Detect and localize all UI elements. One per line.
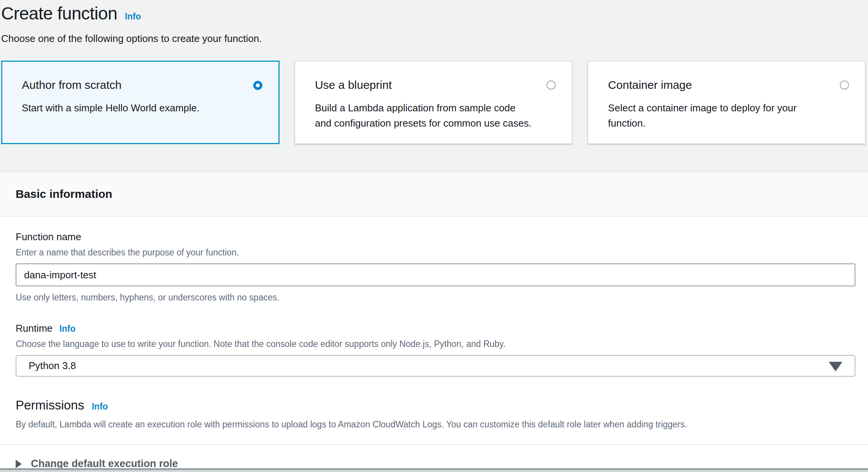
page-title: Create function [1, 3, 117, 24]
option-card-author-from-scratch[interactable]: Author from scratch Start with a simple … [1, 61, 280, 144]
runtime-select[interactable]: Python 3.8 [16, 355, 855, 377]
bottom-edge-divider [0, 468, 868, 472]
runtime-label: Runtime [16, 323, 53, 334]
radio-use-a-blueprint[interactable] [547, 80, 556, 90]
runtime-description: Choose the language to use to write your… [16, 339, 855, 349]
runtime-selected-value: Python 3.8 [29, 360, 76, 372]
option-card-description: Build a Lambda application from sample c… [315, 100, 534, 131]
permissions-description: By default, Lambda will create an execut… [16, 419, 855, 430]
radio-author-from-scratch[interactable] [253, 81, 262, 90]
function-name-label-row: Function name [16, 231, 855, 243]
section-divider [0, 444, 868, 445]
option-card-title: Use a blueprint [315, 79, 534, 92]
basic-information-heading: Basic information [16, 188, 112, 201]
page-header-section: Create function Info Choose one of the f… [0, 0, 868, 172]
title-info-link[interactable]: Info [125, 11, 141, 22]
function-name-input[interactable] [16, 263, 855, 286]
option-card-title: Container image [608, 79, 827, 92]
title-row: Create function Info [1, 3, 867, 24]
option-card-description: Select a container image to deploy for y… [608, 100, 827, 131]
runtime-label-row: Runtime Info [16, 323, 855, 334]
permissions-heading: Permissions [16, 398, 84, 413]
basic-information-form: Function name Enter a name that describe… [0, 231, 868, 430]
option-card-container-image[interactable]: Container image Select a container image… [587, 61, 866, 144]
option-card-description: Start with a simple Hello World example. [22, 100, 241, 116]
runtime-info-link[interactable]: Info [59, 324, 76, 334]
function-name-label: Function name [16, 231, 81, 243]
creation-options-cards: Author from scratch Start with a simple … [1, 61, 866, 144]
dropdown-arrow-icon [829, 362, 842, 371]
option-card-use-a-blueprint[interactable]: Use a blueprint Build a Lambda applicati… [294, 61, 573, 144]
radio-container-image[interactable] [840, 80, 849, 90]
permissions-info-link[interactable]: Info [92, 401, 108, 412]
page-subtitle: Choose one of the following options to c… [1, 33, 867, 45]
basic-information-header: Basic information [0, 172, 868, 217]
option-card-title: Author from scratch [22, 79, 241, 92]
permissions-heading-row: Permissions Info [16, 398, 855, 413]
function-name-constraint: Use only letters, numbers, hyphens, or u… [16, 292, 855, 303]
expand-caret-icon [16, 460, 22, 468]
function-name-description: Enter a name that describes the purpose … [16, 247, 855, 258]
